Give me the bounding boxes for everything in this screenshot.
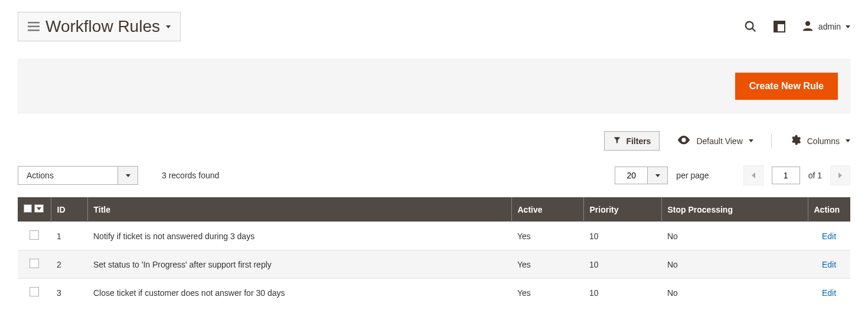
cell-stop: No <box>661 279 808 307</box>
select-all-checkbox[interactable] <box>24 204 44 213</box>
page-total-label: of 1 <box>808 171 822 180</box>
gear-icon <box>789 134 801 148</box>
column-header-stop[interactable]: Stop Processing <box>661 197 808 222</box>
cell-active: Yes <box>511 222 583 250</box>
cell-id: 3 <box>51 279 87 307</box>
svg-rect-7 <box>774 21 778 32</box>
svg-line-4 <box>752 28 756 32</box>
chevron-down-icon <box>118 166 138 185</box>
cell-title: Notify if ticket is not answered during … <box>87 222 511 250</box>
filters-label: Filters <box>626 136 651 146</box>
column-header-action: Action <box>808 197 850 222</box>
cell-priority: 10 <box>583 222 661 250</box>
chevron-down-icon <box>749 139 753 142</box>
chevron-down-icon <box>166 25 171 28</box>
user-icon <box>802 20 814 34</box>
user-name: admin <box>818 22 841 31</box>
column-header-priority[interactable]: Priority <box>583 197 661 222</box>
chevron-down-icon <box>846 25 850 28</box>
row-checkbox[interactable] <box>30 230 39 240</box>
records-found-label: 3 records found <box>162 171 219 180</box>
page-title: Workflow Rules <box>45 17 160 36</box>
table-row: 1Notify if ticket is not answered during… <box>18 222 850 250</box>
page-input[interactable] <box>772 167 800 184</box>
filters-button[interactable]: Filters <box>604 131 660 151</box>
chevron-down-icon <box>846 139 850 142</box>
user-menu[interactable]: admin <box>802 20 850 34</box>
default-view-dropdown[interactable]: Default View <box>677 135 753 146</box>
rules-table: ID Title Active Priority Stop Processing… <box>18 197 850 307</box>
cell-priority: 10 <box>583 250 661 279</box>
search-icon[interactable] <box>744 20 757 33</box>
page-title-dropdown[interactable]: Workflow Rules <box>18 12 181 41</box>
chevron-right-icon <box>838 172 842 178</box>
cell-active: Yes <box>511 279 583 307</box>
bulk-actions-dropdown[interactable]: Actions <box>18 166 138 185</box>
per-page-input[interactable] <box>615 167 648 184</box>
column-header-active[interactable]: Active <box>511 197 583 222</box>
edit-link[interactable]: Edit <box>822 288 836 298</box>
columns-label: Columns <box>807 136 840 146</box>
layout-icon[interactable] <box>774 21 785 32</box>
svg-rect-1 <box>28 26 40 28</box>
cell-id: 2 <box>51 250 87 279</box>
next-page-button[interactable] <box>830 165 850 185</box>
cell-title: Close ticket if customer does not answer… <box>87 279 511 307</box>
column-header-title[interactable]: Title <box>87 197 511 222</box>
hamburger-icon <box>28 22 40 31</box>
eye-icon <box>677 135 690 146</box>
cell-active: Yes <box>511 250 583 279</box>
create-new-rule-button[interactable]: Create New Rule <box>735 73 838 100</box>
edit-link[interactable]: Edit <box>822 260 836 269</box>
table-row: 3Close ticket if customer does not answe… <box>18 279 850 307</box>
cell-id: 1 <box>51 222 87 250</box>
column-header-id[interactable]: ID <box>51 197 87 222</box>
per-page-label: per page <box>676 171 709 180</box>
cell-priority: 10 <box>583 279 661 307</box>
prev-page-button[interactable] <box>743 165 763 185</box>
columns-dropdown[interactable]: Columns <box>789 134 850 148</box>
bulk-actions-label: Actions <box>18 166 118 185</box>
cell-title: Set status to 'In Progress' after suppor… <box>87 250 511 279</box>
svg-rect-0 <box>28 22 40 24</box>
table-row: 2Set status to 'In Progress' after suppo… <box>18 250 850 279</box>
divider <box>771 134 772 148</box>
chevron-left-icon <box>752 172 755 178</box>
action-bar: Create New Rule <box>18 59 850 113</box>
per-page-dropdown-toggle[interactable] <box>648 167 668 184</box>
edit-link[interactable]: Edit <box>822 232 836 241</box>
svg-point-3 <box>746 22 753 30</box>
funnel-icon <box>613 136 621 146</box>
row-checkbox[interactable] <box>30 287 39 296</box>
svg-rect-2 <box>28 30 40 31</box>
row-checkbox[interactable] <box>30 259 39 268</box>
default-view-label: Default View <box>696 136 742 146</box>
cell-stop: No <box>661 222 808 250</box>
cell-stop: No <box>661 250 808 279</box>
svg-point-8 <box>805 21 810 25</box>
